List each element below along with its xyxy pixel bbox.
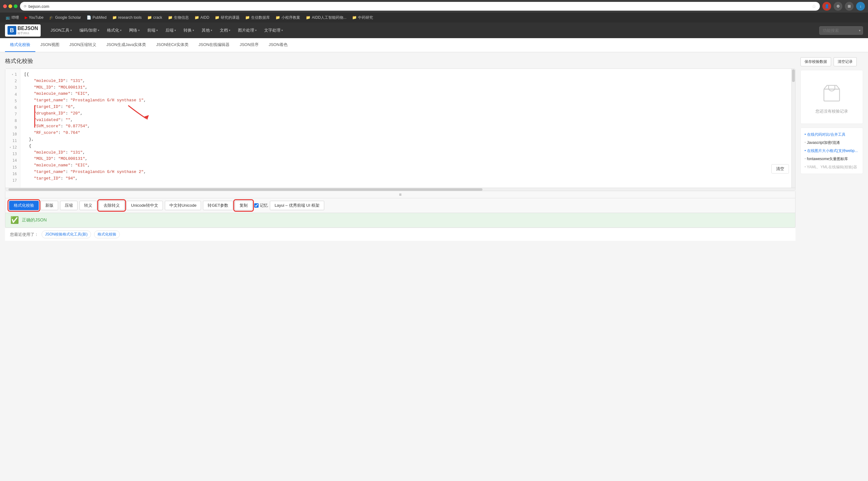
nav-convert[interactable]: 转换 ▾ (180, 23, 198, 37)
nav-format[interactable]: 格式化 ▾ (103, 23, 125, 37)
tab-json-csharp[interactable]: JSON转C#实体类 (151, 38, 193, 52)
code-line-9: "SVM_score": "0.87754", (24, 123, 792, 130)
tab-json-compress[interactable]: JSON压缩转义 (64, 38, 102, 52)
code-line-16: "target_name": "Prostaglandin G/H syntha… (24, 169, 792, 176)
nav-menu: JSON工具 ▾ 编码/加密 ▾ 格式化 ▾ 网络 ▾ 前端 ▾ 后端 ▾ 转换… (47, 23, 819, 37)
profile-btn[interactable]: ↓ (856, 2, 865, 11)
format-validate-button[interactable]: 格式化校验 (9, 201, 39, 210)
miniapp-icon: 📁 (276, 15, 280, 20)
bioinfo-label: 生物信息 (174, 15, 189, 20)
sidebar-link-image-resize[interactable]: 在线图片大小格式(支持webp... (805, 148, 859, 154)
tab-json-view[interactable]: JSON视图 (35, 38, 64, 52)
maximize-dot[interactable] (14, 4, 18, 8)
right-sidebar: 保存校验数据 清空记录 您还没有校验记录 在线代码对比/合并工具 Javascr… (801, 57, 863, 478)
sub-tabs: 格式化校验 JSON视图 JSON压缩转义 JSON生成Java实体类 JSON… (0, 38, 868, 52)
bookmark-tcm[interactable]: 📁 中药研究 (349, 14, 375, 21)
sidebar-link-fontawesome[interactable]: fontawesome矢量图标库 (805, 156, 859, 162)
nav-backend[interactable]: 后端 ▾ (162, 23, 180, 37)
memory-checkbox[interactable] (254, 203, 258, 208)
bookmark-google-scholar[interactable]: 🎓 Google Scholar (46, 14, 84, 21)
bookmark-aidd-drug[interactable]: 📁 AIDD人工智能药物... (303, 14, 349, 21)
unescape-button[interactable]: 去除转义 (99, 201, 124, 210)
logo-b: B (7, 26, 16, 35)
bookmark-research-topics[interactable]: 📁 研究的课题 (212, 14, 242, 21)
fold-icon-1[interactable]: ▾ (11, 72, 13, 77)
bilibili-icon: 📺 (6, 15, 10, 20)
code-line-12: { (24, 143, 792, 150)
tab-json-sort[interactable]: JSON排序 (235, 38, 264, 52)
nav-arrow-convert: ▾ (193, 29, 194, 32)
tab-json-java[interactable]: JSON生成Java实体类 (101, 38, 151, 52)
bookmark-pubmed[interactable]: 📄 PubMed (84, 14, 109, 21)
nav-frontend[interactable]: 前端 ▾ (144, 23, 162, 37)
editor-container: ▾1 2 3 4 5 6 7 8 9 10 11 ▾12 13 14 (5, 68, 796, 191)
save-validate-button[interactable]: 保存校验数据 (801, 57, 831, 66)
bookmark-biodb[interactable]: 📁 生信数据库 (243, 14, 272, 21)
status-bar: ✅ 正确的JSON (5, 213, 796, 228)
code-line-4: "molecule_name": "EIC", (24, 91, 792, 97)
sidebar-link-js-crypto[interactable]: Javascript加密/混淆 (805, 140, 859, 145)
bookmark-youtube[interactable]: ▶ YouTube (22, 14, 46, 21)
code-line-5: "target_name": "Prostaglandin G/H syntha… (24, 97, 792, 104)
recent-link-2[interactable]: 格式化校验 (94, 231, 120, 238)
clear-editor-button[interactable]: 清空 (771, 164, 789, 174)
research-tools-icon: 📁 (112, 15, 117, 20)
code-line-1: [{ (24, 71, 792, 78)
escape-button[interactable]: 转义 (80, 201, 97, 210)
drag-handle[interactable]: ≡ (5, 191, 796, 198)
google-scholar-icon: 🎓 (49, 15, 54, 20)
horizontal-scrollbar[interactable] (5, 188, 795, 191)
line-num-3: 3 (5, 85, 20, 91)
nav-encode[interactable]: 编码/加密 ▾ (76, 23, 103, 37)
tab-format-validate[interactable]: 格式化校验 (5, 38, 35, 52)
minimize-dot[interactable] (8, 4, 12, 8)
nav-json-tools[interactable]: JSON工具 ▾ (47, 23, 76, 37)
recent-label: 您最近使用了： (10, 232, 38, 237)
tab-json-editor[interactable]: JSON在线编辑器 (193, 38, 235, 52)
vertical-scrollbar[interactable] (792, 69, 795, 188)
sidebar-link-yaml[interactable]: YAML、YML在线编辑(校验)器 (805, 164, 859, 170)
copy-button[interactable]: 复制 (235, 201, 252, 210)
cn-to-unicode-button[interactable]: 中文转Unicode (165, 201, 202, 210)
compress-button[interactable]: 压缩 (60, 201, 78, 210)
bookmark-aidd[interactable]: 📁 AIDD (192, 14, 212, 21)
nav-text[interactable]: 文字处理 ▾ (260, 23, 287, 37)
recent-link-1[interactable]: JSON校验格式化工具(新) (41, 231, 91, 238)
layui-button[interactable]: Layui – 优秀前端 UI 框架 (270, 201, 324, 210)
fold-icon-12[interactable]: ▾ (9, 145, 11, 150)
line-num-12: ▾12 (5, 144, 20, 151)
line-num-9: 9 (5, 124, 20, 131)
avatar-btn[interactable]: 👤 (823, 2, 831, 11)
new-version-button[interactable]: 新版 (41, 201, 58, 210)
logo-area[interactable]: B BEJSON 始于2011 (5, 24, 41, 37)
line-num-10: 10 (5, 131, 20, 138)
bookmark-miniapp[interactable]: 📁 小程序教案 (273, 14, 303, 21)
extensions-btn[interactable]: ⊞ (845, 2, 854, 11)
bookmark-research-tools[interactable]: 📁 research tools (110, 14, 144, 21)
bookmark-bioinfo[interactable]: 📁 生物信息 (165, 14, 191, 21)
to-get-button[interactable]: 转GET参数 (203, 201, 233, 210)
nav-docs[interactable]: 文档 ▾ (216, 23, 234, 37)
address-bar[interactable]: ⟳ bejson.com ☆ (20, 2, 820, 11)
line-num-16: 16 (5, 171, 20, 177)
nav-other[interactable]: 其他 ▾ (198, 23, 216, 37)
code-editor[interactable]: [{ "molecule_ID": "131", "MOL_ID": "MOL0… (20, 69, 795, 188)
unicode-to-cn-button[interactable]: Unicode转中文 (126, 201, 163, 210)
sidebar-link-compare[interactable]: 在线代码对比/合并工具 (805, 132, 859, 137)
settings-btn[interactable]: ⚙ (834, 2, 842, 11)
nav-arrow-text: ▾ (281, 29, 283, 32)
bookmark-bilibili[interactable]: 📺 哔哩 (3, 14, 22, 21)
bookmarks-bar: 📺 哔哩 ▶ YouTube 🎓 Google Scholar 📄 PubMed… (0, 12, 868, 23)
editor-wrapper: ▾1 2 3 4 5 6 7 8 9 10 11 ▾12 13 14 (5, 68, 796, 228)
nav-arrow-other: ▾ (211, 29, 212, 32)
nav-arrow-backend: ▾ (175, 29, 176, 32)
bookmark-crack[interactable]: 📁 crack (145, 14, 165, 21)
google-scholar-label: Google Scholar (55, 15, 81, 20)
close-dot[interactable] (3, 4, 7, 8)
nav-image[interactable]: 图片处理 ▾ (234, 23, 260, 37)
nav-network[interactable]: 网络 ▾ (125, 23, 144, 37)
search-input[interactable] (819, 26, 863, 35)
tab-json-color[interactable]: JSON着色 (264, 38, 293, 52)
clear-records-button[interactable]: 清空记录 (834, 57, 857, 66)
bookmark-star-icon[interactable]: ☆ (812, 3, 816, 9)
